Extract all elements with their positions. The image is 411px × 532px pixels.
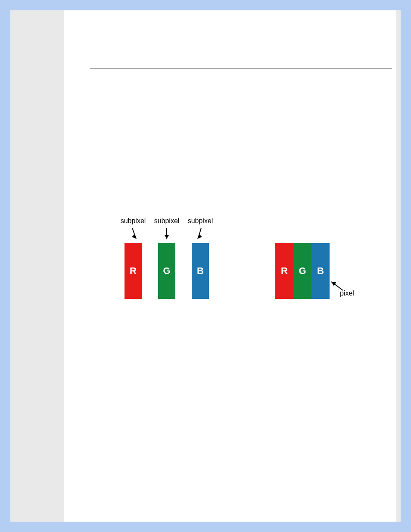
page-edge bbox=[392, 10, 396, 522]
pixel-label: pixel bbox=[340, 289, 354, 297]
subpixel-blue: B bbox=[192, 243, 209, 299]
doc-holder: subpixel subpixel subpixel R G B bbox=[10, 10, 401, 522]
subpixel-red: R bbox=[125, 243, 142, 299]
section-rule bbox=[90, 68, 392, 69]
arrow-down-icon bbox=[192, 227, 209, 244]
pixel-b: B bbox=[311, 243, 330, 299]
pixel-block: R G B bbox=[275, 243, 330, 299]
page: subpixel subpixel subpixel R G B bbox=[64, 10, 392, 522]
rgb-subpixel-diagram: subpixel subpixel subpixel R G B bbox=[64, 213, 392, 325]
subpixel-label-1: subpixel bbox=[116, 217, 150, 225]
subpixel-label-3: subpixel bbox=[183, 217, 218, 225]
subpixel-label-2: subpixel bbox=[149, 217, 184, 225]
arrow-down-icon bbox=[158, 227, 175, 244]
pixel-r: R bbox=[275, 243, 293, 299]
app-frame: subpixel subpixel subpixel R G B bbox=[0, 0, 411, 532]
arrow-down-icon bbox=[125, 227, 142, 244]
page-gutter-right bbox=[392, 10, 401, 522]
subpixel-green: G bbox=[158, 243, 175, 299]
pixel-g: G bbox=[293, 243, 311, 299]
